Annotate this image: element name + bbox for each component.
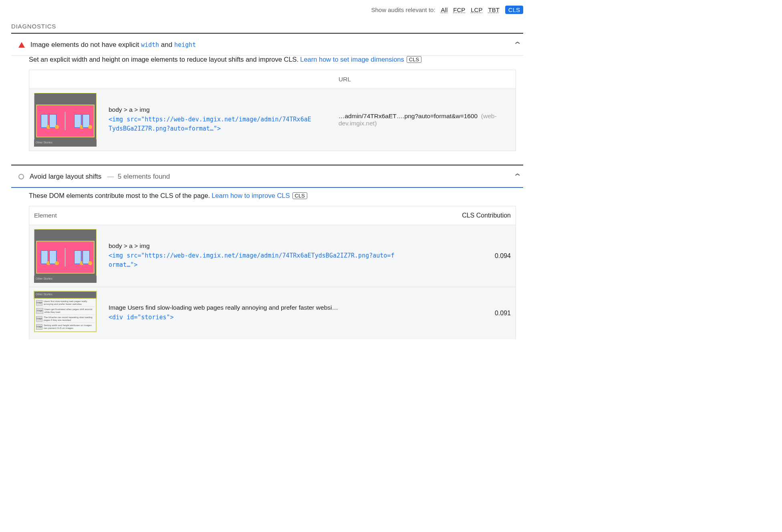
table-row[interactable]: Other Stories: ImageUsers find slow-load… bbox=[29, 287, 516, 339]
learn-more-link[interactable]: Learn how to improve CLS bbox=[212, 192, 290, 200]
cls-value: 0.091 bbox=[463, 310, 511, 317]
element-snippet: <div id="stories"> bbox=[109, 313, 397, 322]
filter-lcp[interactable]: LCP bbox=[471, 6, 482, 13]
divider bbox=[11, 165, 523, 165]
column-header-element: Element bbox=[34, 212, 455, 219]
table-row[interactable]: Other Stories: body > a > img <img src="… bbox=[29, 225, 516, 287]
cls-value: 0.094 bbox=[463, 252, 511, 260]
filter-tbt[interactable]: TBT bbox=[488, 6, 499, 13]
metric-badge: CLS bbox=[292, 192, 307, 199]
column-header-url: URL bbox=[339, 76, 511, 83]
element-thumbnail: Other Stories: ImageUsers find slow-load… bbox=[34, 291, 97, 335]
filter-label: Show audits relevant to: bbox=[371, 6, 435, 13]
learn-more-link[interactable]: Learn how to set image dimensions bbox=[300, 56, 404, 63]
audit-body: Set an explicit width and height on imag… bbox=[11, 56, 523, 155]
resource-url: …admin/74TRx6aET….png?auto=format&w=1600 bbox=[339, 113, 478, 119]
audit-title: Avoid large layout shifts — 5 elements f… bbox=[30, 173, 508, 181]
element-thumbnail: Other Stories: bbox=[34, 229, 97, 283]
audit-body: These DOM elements contribute most to th… bbox=[11, 192, 523, 343]
chevron-up-icon: ⌃ bbox=[513, 40, 522, 50]
filter-fcp[interactable]: FCP bbox=[453, 6, 465, 13]
audit-description: Set an explicit width and height on imag… bbox=[29, 56, 298, 63]
audit-title: Image elements do not have explicit widt… bbox=[30, 41, 508, 49]
element-thumbnail: Other Stories: bbox=[34, 93, 97, 147]
element-selector: body > a > img bbox=[109, 106, 339, 113]
diagnostics-heading: DIAGNOSTICS bbox=[11, 23, 523, 30]
element-snippet: <img src="https://web-dev.imgix.net/imag… bbox=[109, 251, 397, 270]
metric-badge: CLS bbox=[407, 56, 421, 63]
audit-description: These DOM elements contribute most to th… bbox=[29, 192, 210, 200]
divider bbox=[11, 33, 523, 34]
audit-row-image-dimensions[interactable]: Image elements do not have explicit widt… bbox=[11, 35, 523, 55]
metric-filter-bar: Show audits relevant to: All FCP LCP TBT… bbox=[11, 6, 523, 14]
element-snippet: <img src="https://web-dev.imgix.net/imag… bbox=[109, 115, 313, 134]
element-selector: body > a > img bbox=[109, 242, 463, 250]
audit-row-layout-shifts[interactable]: Avoid large layout shifts — 5 elements f… bbox=[11, 167, 523, 187]
triangle-warning-icon bbox=[18, 42, 25, 48]
audit-table: URL Other Stories: body > a > img <img s… bbox=[29, 70, 516, 151]
filter-cls[interactable]: CLS bbox=[505, 6, 523, 14]
filter-all[interactable]: All bbox=[441, 6, 448, 13]
element-selector: Image Users find slow-loading web pages … bbox=[109, 304, 463, 311]
column-header-cls: CLS Contribution bbox=[455, 212, 511, 219]
divider bbox=[11, 187, 523, 188]
audit-table: Element CLS Contribution Other Stories: … bbox=[29, 206, 516, 339]
chevron-up-icon: ⌃ bbox=[513, 172, 522, 181]
table-row[interactable]: Other Stories: body > a > img <img src="… bbox=[29, 89, 516, 151]
audit-subtitle: 5 elements found bbox=[118, 173, 170, 180]
circle-info-icon bbox=[18, 174, 24, 179]
